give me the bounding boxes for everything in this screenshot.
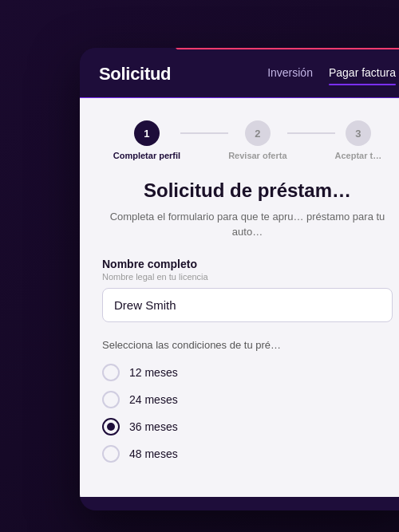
step-2-circle: 2 xyxy=(245,120,271,146)
step-connector-1 xyxy=(180,132,228,134)
nav-item-pagar-factura[interactable]: Pagar factura xyxy=(329,66,396,82)
form-title: Solicitud de préstam… xyxy=(102,179,393,203)
full-name-input[interactable] xyxy=(102,288,393,322)
step-connector-2 xyxy=(287,132,335,134)
device-frame: Solicitud Inversión Pagar factura 1 Comp… xyxy=(80,48,399,510)
radio-label-48: 48 meses xyxy=(129,447,178,460)
nav-item-inversion[interactable]: Inversión xyxy=(267,66,313,82)
step-1: 1 Completar perfil xyxy=(113,120,180,160)
radio-label-36: 36 meses xyxy=(129,420,178,433)
full-name-hint: Nombre legal en tu licencia xyxy=(102,272,393,282)
radio-circle-48 xyxy=(102,445,120,463)
full-name-label: Nombre completo xyxy=(102,258,393,270)
radio-circle-36 xyxy=(102,418,120,435)
radio-circle-24 xyxy=(102,391,120,408)
step-1-label: Completar perfil xyxy=(113,151,180,160)
radio-item-48[interactable]: 48 meses xyxy=(102,445,393,463)
radio-item-12[interactable]: 12 meses xyxy=(102,364,393,381)
app-header: Solicitud Inversión Pagar factura xyxy=(80,48,399,97)
radio-inner-36 xyxy=(107,423,115,431)
radio-item-36[interactable]: 36 meses xyxy=(102,418,393,435)
step-3: 3 Aceptar t… xyxy=(335,120,382,160)
radio-circle-12 xyxy=(102,364,120,381)
form-subtitle: Completa el formulario para que te apru…… xyxy=(102,209,393,240)
conditions-label: Selecciona las condiciones de tu pré… xyxy=(102,338,393,353)
radio-group-conditions: 12 meses 24 meses 36 meses 48 meses xyxy=(102,364,393,463)
step-3-label: Aceptar t… xyxy=(335,151,382,160)
radio-label-12: 12 meses xyxy=(129,366,178,379)
step-2: 2 Revisar oferta xyxy=(228,120,286,160)
step-1-circle: 1 xyxy=(134,120,160,146)
radio-label-24: 24 meses xyxy=(129,393,178,406)
radio-item-24[interactable]: 24 meses xyxy=(102,391,393,408)
app-title: Solicitud xyxy=(99,64,171,85)
step-3-circle: 3 xyxy=(346,120,371,146)
content-area: 1 Completar perfil 2 Revisar oferta 3 Ac… xyxy=(80,98,399,497)
step-2-label: Revisar oferta xyxy=(228,151,286,160)
stepper: 1 Completar perfil 2 Revisar oferta 3 Ac… xyxy=(102,120,393,160)
nav-bar: Inversión Pagar factura xyxy=(267,66,396,82)
